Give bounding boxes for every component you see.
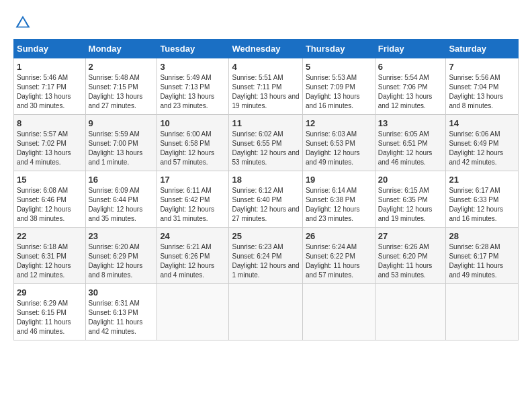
calendar-cell: 4 Sunrise: 5:51 AMSunset: 7:11 PMDayligh… xyxy=(229,58,302,115)
day-info: Sunrise: 6:15 AMSunset: 6:35 PMDaylight:… xyxy=(378,186,443,224)
calendar-cell xyxy=(302,284,375,340)
calendar-cell: 17 Sunrise: 6:11 AMSunset: 6:42 PMDaylig… xyxy=(157,171,229,228)
day-info: Sunrise: 6:29 AMSunset: 6:15 PMDaylight:… xyxy=(17,299,83,336)
logo-icon xyxy=(13,13,32,32)
day-number: 29 xyxy=(17,287,83,298)
day-info: Sunrise: 6:31 AMSunset: 6:13 PMDaylight:… xyxy=(89,299,154,336)
calendar-cell: 16 Sunrise: 6:09 AMSunset: 6:44 PMDaylig… xyxy=(85,171,157,228)
calendar-table: SundayMondayTuesdayWednesdayThursdayFrid… xyxy=(13,39,519,340)
day-number: 22 xyxy=(17,231,83,241)
day-number: 26 xyxy=(306,231,372,241)
calendar-cell: 24 Sunrise: 6:21 AMSunset: 6:26 PMDaylig… xyxy=(157,228,229,284)
day-number: 1 xyxy=(17,62,83,72)
day-number: 6 xyxy=(378,62,443,72)
day-info: Sunrise: 6:02 AMSunset: 6:55 PMDaylight:… xyxy=(232,130,299,167)
calendar-cell: 27 Sunrise: 6:26 AMSunset: 6:20 PMDaylig… xyxy=(375,228,446,284)
day-info: Sunrise: 6:17 AMSunset: 6:33 PMDaylight:… xyxy=(449,186,515,224)
day-header-thursday: Thursday xyxy=(302,40,375,58)
day-header-saturday: Saturday xyxy=(446,40,519,58)
calendar-cell xyxy=(229,284,302,340)
calendar-cell xyxy=(375,284,446,340)
day-info: Sunrise: 6:20 AMSunset: 6:29 PMDaylight:… xyxy=(89,242,154,280)
day-header-friday: Friday xyxy=(375,40,446,58)
day-number: 9 xyxy=(89,118,154,128)
day-info: Sunrise: 5:54 AMSunset: 7:06 PMDaylight:… xyxy=(378,73,443,111)
calendar-week-row: 8 Sunrise: 5:57 AMSunset: 7:02 PMDayligh… xyxy=(14,115,519,171)
calendar-cell: 20 Sunrise: 6:15 AMSunset: 6:35 PMDaylig… xyxy=(375,171,446,228)
day-number: 24 xyxy=(160,231,226,241)
day-number: 8 xyxy=(17,118,83,128)
day-header-tuesday: Tuesday xyxy=(157,40,229,58)
calendar-cell: 18 Sunrise: 6:12 AMSunset: 6:40 PMDaylig… xyxy=(229,171,302,228)
page-header xyxy=(13,13,519,32)
day-info: Sunrise: 5:49 AMSunset: 7:13 PMDaylight:… xyxy=(160,73,226,111)
calendar-cell: 9 Sunrise: 5:59 AMSunset: 7:00 PMDayligh… xyxy=(85,115,157,171)
day-info: Sunrise: 6:00 AMSunset: 6:58 PMDaylight:… xyxy=(160,130,226,167)
calendar-cell: 12 Sunrise: 6:03 AMSunset: 6:53 PMDaylig… xyxy=(302,115,375,171)
day-number: 21 xyxy=(449,175,515,185)
day-number: 12 xyxy=(306,118,372,128)
day-info: Sunrise: 5:51 AMSunset: 7:11 PMDaylight:… xyxy=(232,73,299,111)
day-info: Sunrise: 6:03 AMSunset: 6:53 PMDaylight:… xyxy=(306,130,372,167)
day-number: 2 xyxy=(89,62,154,72)
day-info: Sunrise: 5:56 AMSunset: 7:04 PMDaylight:… xyxy=(449,73,515,111)
day-number: 16 xyxy=(89,175,154,185)
day-info: Sunrise: 5:53 AMSunset: 7:09 PMDaylight:… xyxy=(306,73,372,111)
calendar-cell: 19 Sunrise: 6:14 AMSunset: 6:38 PMDaylig… xyxy=(302,171,375,228)
calendar-header-row: SundayMondayTuesdayWednesdayThursdayFrid… xyxy=(14,40,519,58)
day-number: 7 xyxy=(449,62,515,72)
day-number: 14 xyxy=(449,118,515,128)
calendar-cell: 30 Sunrise: 6:31 AMSunset: 6:13 PMDaylig… xyxy=(85,284,157,340)
day-info: Sunrise: 6:18 AMSunset: 6:31 PMDaylight:… xyxy=(17,242,83,280)
calendar-week-row: 15 Sunrise: 6:08 AMSunset: 6:46 PMDaylig… xyxy=(14,171,519,228)
calendar-week-row: 29 Sunrise: 6:29 AMSunset: 6:15 PMDaylig… xyxy=(14,284,519,340)
day-info: Sunrise: 6:14 AMSunset: 6:38 PMDaylight:… xyxy=(306,186,372,224)
day-number: 27 xyxy=(378,231,443,241)
calendar-cell: 2 Sunrise: 5:48 AMSunset: 7:15 PMDayligh… xyxy=(85,58,157,115)
calendar-cell: 15 Sunrise: 6:08 AMSunset: 6:46 PMDaylig… xyxy=(14,171,86,228)
day-info: Sunrise: 5:57 AMSunset: 7:02 PMDaylight:… xyxy=(17,130,83,167)
calendar-week-row: 22 Sunrise: 6:18 AMSunset: 6:31 PMDaylig… xyxy=(14,228,519,284)
calendar-cell: 11 Sunrise: 6:02 AMSunset: 6:55 PMDaylig… xyxy=(229,115,302,171)
day-number: 23 xyxy=(89,231,154,241)
day-info: Sunrise: 5:48 AMSunset: 7:15 PMDaylight:… xyxy=(89,73,154,111)
calendar-cell: 10 Sunrise: 6:00 AMSunset: 6:58 PMDaylig… xyxy=(157,115,229,171)
calendar-cell: 8 Sunrise: 5:57 AMSunset: 7:02 PMDayligh… xyxy=(14,115,86,171)
calendar-cell: 5 Sunrise: 5:53 AMSunset: 7:09 PMDayligh… xyxy=(302,58,375,115)
day-number: 13 xyxy=(378,118,443,128)
calendar-cell: 22 Sunrise: 6:18 AMSunset: 6:31 PMDaylig… xyxy=(14,228,86,284)
calendar-cell: 14 Sunrise: 6:06 AMSunset: 6:49 PMDaylig… xyxy=(446,115,519,171)
day-info: Sunrise: 6:08 AMSunset: 6:46 PMDaylight:… xyxy=(17,186,83,224)
day-number: 20 xyxy=(378,175,443,185)
day-info: Sunrise: 6:12 AMSunset: 6:40 PMDaylight:… xyxy=(232,186,299,224)
calendar-cell: 7 Sunrise: 5:56 AMSunset: 7:04 PMDayligh… xyxy=(446,58,519,115)
calendar-cell: 29 Sunrise: 6:29 AMSunset: 6:15 PMDaylig… xyxy=(14,284,86,340)
day-info: Sunrise: 6:09 AMSunset: 6:44 PMDaylight:… xyxy=(89,186,154,224)
day-info: Sunrise: 5:59 AMSunset: 7:00 PMDaylight:… xyxy=(89,130,154,167)
day-number: 18 xyxy=(232,175,299,185)
day-info: Sunrise: 6:28 AMSunset: 6:17 PMDaylight:… xyxy=(449,242,515,280)
calendar-cell: 28 Sunrise: 6:28 AMSunset: 6:17 PMDaylig… xyxy=(446,228,519,284)
day-info: Sunrise: 6:26 AMSunset: 6:20 PMDaylight:… xyxy=(378,242,443,280)
day-info: Sunrise: 6:05 AMSunset: 6:51 PMDaylight:… xyxy=(378,130,443,167)
day-number: 28 xyxy=(449,231,515,241)
logo xyxy=(13,13,35,32)
day-info: Sunrise: 6:24 AMSunset: 6:22 PMDaylight:… xyxy=(306,242,372,280)
day-info: Sunrise: 6:06 AMSunset: 6:49 PMDaylight:… xyxy=(449,130,515,167)
day-number: 11 xyxy=(232,118,299,128)
day-info: Sunrise: 6:23 AMSunset: 6:24 PMDaylight:… xyxy=(232,242,299,280)
day-info: Sunrise: 6:21 AMSunset: 6:26 PMDaylight:… xyxy=(160,242,226,280)
day-number: 3 xyxy=(160,62,226,72)
calendar-cell: 26 Sunrise: 6:24 AMSunset: 6:22 PMDaylig… xyxy=(302,228,375,284)
calendar-cell: 13 Sunrise: 6:05 AMSunset: 6:51 PMDaylig… xyxy=(375,115,446,171)
day-number: 17 xyxy=(160,175,226,185)
calendar-cell: 23 Sunrise: 6:20 AMSunset: 6:29 PMDaylig… xyxy=(85,228,157,284)
day-number: 5 xyxy=(306,62,372,72)
day-number: 25 xyxy=(232,231,299,241)
calendar-cell: 6 Sunrise: 5:54 AMSunset: 7:06 PMDayligh… xyxy=(375,58,446,115)
day-number: 4 xyxy=(232,62,299,72)
day-number: 10 xyxy=(160,118,226,128)
calendar-cell xyxy=(157,284,229,340)
calendar-cell: 21 Sunrise: 6:17 AMSunset: 6:33 PMDaylig… xyxy=(446,171,519,228)
day-header-wednesday: Wednesday xyxy=(229,40,302,58)
